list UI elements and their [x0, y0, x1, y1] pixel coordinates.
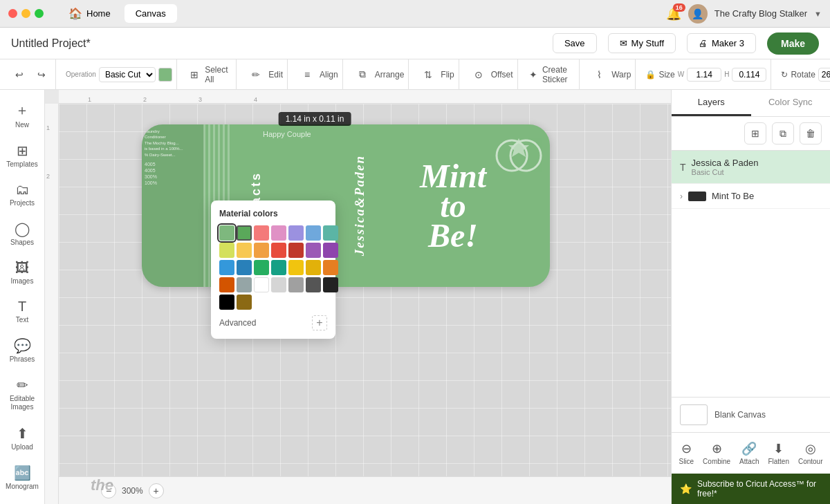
color-swatch[interactable]: [288, 260, 304, 275]
color-swatch[interactable]: [323, 225, 338, 241]
warp-button[interactable]: ⌇: [589, 65, 609, 84]
color-swatch-white[interactable]: [254, 277, 269, 292]
maximize-button[interactable]: [35, 9, 44, 18]
my-stuff-icon: ✉: [620, 38, 627, 48]
undo-button[interactable]: ↩: [10, 65, 29, 84]
slice-action[interactable]: ⊖ Slice: [674, 438, 698, 468]
duplicate-action[interactable]: ⧉: [772, 122, 794, 144]
home-tab[interactable]: 🏠 Home: [57, 4, 122, 23]
monogram-icon: 🔤: [14, 465, 31, 481]
color-swatch[interactable]: [288, 225, 304, 241]
color-swatch[interactable]: [219, 295, 234, 310]
make-button[interactable]: Make: [767, 32, 819, 55]
canvas-area[interactable]: 1 2 3 4 1 2 1.14 in x 0.11 in LaundryCon…: [45, 90, 671, 504]
group-action[interactable]: ⊞: [744, 122, 766, 144]
color-swatch[interactable]: [288, 277, 304, 292]
color-swatch[interactable]: [237, 260, 252, 275]
nav-tabs: 🏠 Home Canvas: [57, 4, 177, 23]
sidebar-item-shapes[interactable]: ◯ Shapes: [3, 215, 42, 252]
color-swatch[interactable]: [271, 225, 286, 241]
sidebar-item-projects[interactable]: 🗂 Projects: [3, 176, 42, 212]
layer-name: Mint To Be: [712, 191, 754, 201]
layer-mint-to-be[interactable]: › Mint To Be: [672, 184, 830, 209]
tab-layers[interactable]: Layers: [672, 90, 751, 116]
width-input[interactable]: [687, 68, 721, 82]
sidebar-item-new[interactable]: ＋ New: [3, 95, 42, 134]
create-sticker-button[interactable]: ✦: [528, 65, 540, 84]
project-title[interactable]: Untitled Project*: [11, 37, 542, 50]
add-color-button[interactable]: +: [312, 315, 327, 330]
sidebar-item-phrases[interactable]: 💬 Phrases: [3, 332, 42, 368]
flatten-label: Flatten: [768, 458, 789, 465]
advanced-row[interactable]: Advanced +: [219, 315, 327, 330]
flatten-action[interactable]: ⬇ Flatten: [764, 438, 793, 468]
operation-color[interactable]: [158, 68, 172, 82]
color-swatch[interactable]: [271, 243, 286, 258]
sidebar-item-upload[interactable]: ⬆ Upload: [3, 420, 42, 456]
color-swatch[interactable]: [323, 243, 338, 258]
notification-bell[interactable]: 🔔 16: [666, 6, 681, 21]
color-swatch[interactable]: [306, 225, 321, 241]
redo-button[interactable]: ↪: [32, 65, 51, 84]
user-menu-chevron[interactable]: ▼: [814, 10, 822, 18]
arrange-button[interactable]: ⧉: [353, 65, 372, 84]
close-button[interactable]: [8, 9, 17, 18]
color-swatch[interactable]: [306, 277, 321, 292]
color-swatch[interactable]: [306, 260, 321, 275]
contour-action[interactable]: ◎ Contour: [794, 438, 827, 468]
sidebar-item-text[interactable]: T Text: [3, 293, 42, 329]
bottom-actions: ⊖ Slice ⊕ Combine 🔗 Attach ⬇ Flatten ◎ C…: [672, 432, 830, 474]
layer-expand-chevron[interactable]: ›: [680, 192, 683, 201]
color-swatch-green2[interactable]: [237, 225, 252, 241]
color-swatch[interactable]: [254, 243, 269, 258]
layer-jessica-paden[interactable]: T Jessica & Paden Basic Cut: [672, 151, 830, 184]
minimize-button[interactable]: [21, 9, 30, 18]
design-jessica-paden: Jessica&Paden: [349, 124, 370, 287]
user-avatar[interactable]: 👤: [688, 4, 708, 24]
layer-sub: Basic Cut: [692, 168, 759, 176]
maker-button[interactable]: 🖨 Maker 3: [687, 33, 756, 53]
operation-select[interactable]: Basic Cut: [99, 67, 156, 82]
color-swatch[interactable]: [323, 277, 338, 292]
color-swatch[interactable]: [254, 260, 269, 275]
rotate-label: Rotate: [791, 70, 815, 80]
color-swatch[interactable]: [306, 243, 321, 258]
sidebar-item-images[interactable]: 🖼 Images: [3, 254, 42, 290]
color-swatch[interactable]: [323, 260, 338, 275]
rotate-input[interactable]: [818, 68, 830, 82]
attach-action[interactable]: 🔗 Attach: [735, 438, 763, 468]
color-swatch[interactable]: [271, 277, 286, 292]
align-button[interactable]: ≡: [297, 65, 317, 84]
edit-button[interactable]: ✏: [246, 65, 266, 84]
color-swatch[interactable]: [271, 260, 286, 275]
color-swatch-green1[interactable]: [219, 225, 234, 241]
color-swatch[interactable]: [237, 295, 252, 310]
color-swatch[interactable]: [237, 243, 252, 258]
delete-action[interactable]: 🗑: [800, 122, 822, 144]
my-stuff-button[interactable]: ✉ My Stuff: [608, 33, 676, 53]
color-swatch[interactable]: [219, 243, 234, 258]
height-input[interactable]: [732, 68, 766, 82]
combine-action[interactable]: ⊕ Combine: [699, 438, 735, 468]
subscribe-banner[interactable]: ⭐ Subscribe to Cricut Access™ for free!*: [672, 474, 830, 504]
top-toolbar: Untitled Project* Save ✉ My Stuff 🖨 Make…: [0, 28, 830, 59]
color-swatch[interactable]: [254, 225, 269, 241]
sidebar-item-templates[interactable]: ⊞ Templates: [3, 137, 42, 174]
save-button[interactable]: Save: [553, 33, 597, 53]
canvas-design[interactable]: LaundryConditionerThe Mochiy Blog...is b…: [142, 124, 550, 287]
zoom-in-button[interactable]: +: [149, 483, 164, 498]
offset-button[interactable]: ⊙: [469, 65, 488, 84]
color-swatch[interactable]: [237, 277, 252, 292]
select-all-label: Select All: [205, 65, 232, 84]
color-swatch[interactable]: [219, 260, 234, 275]
color-swatch[interactable]: [219, 277, 234, 292]
sidebar-item-monogram[interactable]: 🔤 Monogram: [3, 459, 42, 496]
ruler-tick: 2: [142, 96, 147, 103]
canvas-tab[interactable]: Canvas: [124, 4, 177, 23]
flip-button[interactable]: ⇅: [418, 65, 438, 84]
sidebar-item-editable-images[interactable]: ✏ Editable Images: [3, 371, 42, 417]
color-swatch[interactable]: [288, 243, 304, 258]
select-all-button[interactable]: ⊞: [187, 65, 202, 84]
tab-color-sync[interactable]: Color Sync: [751, 90, 831, 116]
offset-label: Offset: [491, 70, 513, 80]
